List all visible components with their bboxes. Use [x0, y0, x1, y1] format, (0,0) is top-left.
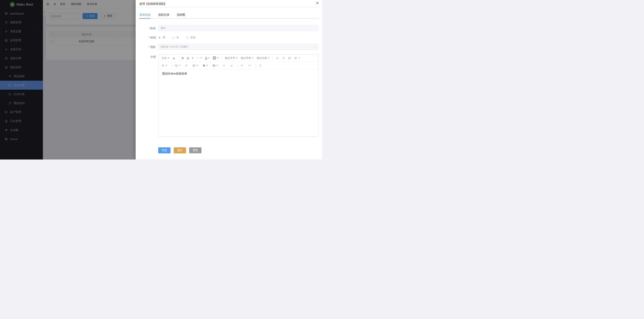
- code-block-icon: [222, 64, 226, 67]
- address-select[interactable]: 湖南省 / 长沙市 / 岳麓区: [158, 44, 318, 50]
- dropdown-caret-icon: [217, 58, 219, 59]
- radio-label: 女: [176, 36, 179, 39]
- dropdown-caret-icon: [179, 65, 180, 66]
- line-height-label: 默认行高: [257, 56, 267, 60]
- required-asterisk: *: [149, 45, 150, 48]
- bullet-list-button[interactable]: [275, 56, 279, 61]
- delegate-button[interactable]: 委托: [189, 147, 202, 153]
- action-buttons: 同意驳回委托: [158, 147, 202, 153]
- bg-color-button[interactable]: A: [212, 56, 219, 61]
- dropdown-caret-icon: [252, 58, 254, 59]
- image-icon: [192, 64, 195, 67]
- toolbar-divider: [273, 56, 273, 60]
- fullscreen-button[interactable]: [258, 63, 262, 68]
- font-color-button[interactable]: A: [205, 56, 210, 61]
- table-icon: [212, 64, 216, 67]
- paragraph-style-button[interactable]: 正文: [161, 56, 170, 61]
- toolbar-divider: [222, 56, 222, 60]
- paragraph-style-label: 正文: [162, 56, 166, 60]
- font-family-button[interactable]: 默认字体: [240, 56, 254, 61]
- emoji-button[interactable]: [174, 63, 181, 68]
- gender-radio-group: 男女未知: [158, 35, 318, 41]
- more-styles-button[interactable]: ···: [196, 56, 202, 61]
- drawer-title: 处理【在线表单流程】: [140, 0, 166, 8]
- dropdown-caret-icon: [168, 58, 169, 59]
- dropdown-caret-icon: [268, 58, 270, 59]
- dropdown-caret-icon: [298, 58, 300, 59]
- ordered-list-button[interactable]: 123: [281, 56, 286, 61]
- dropdown-caret-icon: [206, 65, 208, 66]
- redo-button[interactable]: [248, 63, 252, 68]
- bold-icon: B: [182, 56, 184, 60]
- gender-radio[interactable]: 女: [172, 36, 179, 39]
- editor-toolbar-row2: [158, 62, 318, 69]
- intro-label: 介绍: [136, 54, 156, 60]
- radio-label: 男: [163, 36, 165, 39]
- radio-circle-icon: [158, 36, 161, 39]
- tabs-track: [138, 18, 319, 19]
- link-icon: [185, 64, 188, 67]
- dropdown-caret-icon: [208, 58, 210, 59]
- tabs-active-bar: [139, 18, 150, 19]
- toolbar-divider: [256, 63, 256, 68]
- line-height-button[interactable]: 默认行高: [256, 56, 270, 61]
- name-label: *姓名: [136, 25, 156, 31]
- rich-text-editor: 正文BUI···AA默认字号默认字体默认行高123 测试Online在线表单: [158, 54, 318, 137]
- todo-list-button[interactable]: [288, 56, 292, 61]
- align-button[interactable]: [294, 56, 300, 61]
- gender-radio[interactable]: 男: [158, 36, 165, 39]
- video-icon: [202, 64, 206, 67]
- ordered-list-icon: 123: [282, 57, 285, 60]
- close-icon[interactable]: [316, 1, 319, 5]
- underline-icon: U: [187, 56, 189, 60]
- divider-line-button[interactable]: [230, 63, 234, 68]
- dropdown-caret-icon: [200, 58, 202, 59]
- bg-color-icon: A: [213, 56, 216, 60]
- font-family-label: 默认字体: [241, 56, 251, 60]
- address-value: 湖南省 / 长沙市 / 岳麓区: [160, 45, 188, 49]
- app-root: Maku Boot Dashboard权限管理系统设置应用管理在线开发流程引擎我…: [0, 0, 322, 160]
- undo-icon: [241, 64, 244, 67]
- required-asterisk: *: [149, 36, 150, 39]
- underline-button[interactable]: U: [186, 56, 190, 61]
- todo-list-icon: [288, 57, 291, 60]
- quote-button[interactable]: [172, 56, 176, 61]
- drawer-tabs: 表单信息流转记录流程图: [140, 11, 185, 18]
- italic-icon: I: [192, 56, 193, 60]
- toolbar-divider: [172, 63, 172, 68]
- bullet-list-icon: [276, 57, 279, 60]
- approve-button[interactable]: 同意: [158, 147, 170, 153]
- video-button[interactable]: [202, 63, 208, 68]
- reject-button[interactable]: 驳回: [174, 147, 186, 153]
- image-button[interactable]: [192, 63, 198, 68]
- table-button[interactable]: [212, 63, 219, 68]
- divider-line-icon: [230, 64, 233, 67]
- indent-button[interactable]: [161, 63, 168, 68]
- undo-button[interactable]: [240, 63, 244, 68]
- gender-radio[interactable]: 未知: [186, 36, 196, 39]
- editor-content[interactable]: 测试Online在线表单: [158, 69, 318, 78]
- drawer-tab[interactable]: 流程图: [177, 11, 185, 18]
- bold-button[interactable]: B: [181, 56, 184, 61]
- chevron-down-icon: [314, 46, 316, 48]
- font-size-button[interactable]: 默认字号: [224, 56, 238, 61]
- dropdown-caret-icon: [166, 65, 167, 66]
- italic-button[interactable]: I: [192, 56, 194, 61]
- radio-circle-icon: [186, 36, 188, 39]
- radio-label: 未知: [190, 36, 196, 39]
- name-field[interactable]: [158, 25, 318, 31]
- svg-text:3: 3: [282, 58, 283, 59]
- align-icon: [294, 57, 297, 60]
- dropdown-caret-icon: [196, 65, 198, 66]
- address-label: *地址: [136, 44, 156, 50]
- process-drawer: 处理【在线表单流程】 表单信息流转记录流程图 *姓名 *性别 男女未知 *地址 …: [136, 0, 322, 160]
- link-button[interactable]: [184, 63, 188, 68]
- drawer-tab[interactable]: 流转记录: [158, 11, 170, 18]
- font-size-label: 默认字号: [225, 56, 235, 60]
- font-color-icon: A: [205, 56, 207, 60]
- drawer-tab[interactable]: 表单信息: [140, 11, 151, 18]
- dropdown-caret-icon: [236, 58, 238, 59]
- code-block-button[interactable]: [222, 63, 226, 68]
- editor-toolbar-row1: 正文BUI···AA默认字号默认字体默认行高123: [158, 54, 318, 62]
- more-styles-icon: ···: [196, 57, 200, 59]
